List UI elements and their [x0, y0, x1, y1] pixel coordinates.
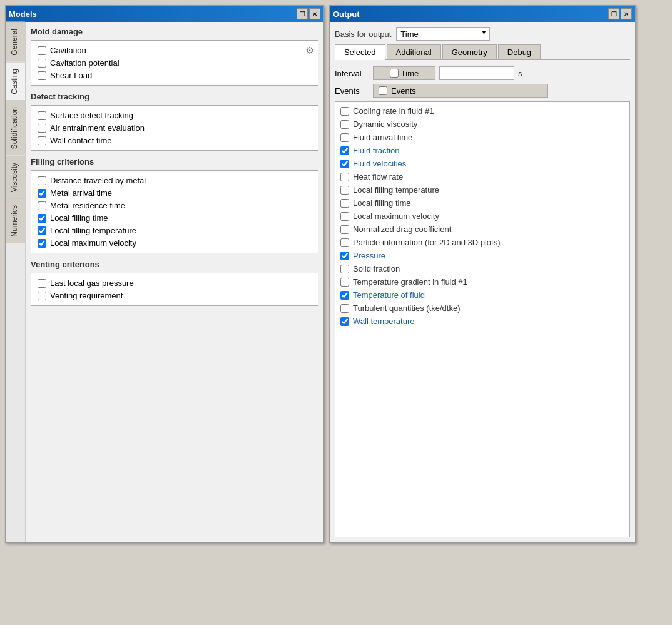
output-item-checkbox-4[interactable] — [340, 160, 349, 168]
wall-contact-time-checkbox[interactable] — [38, 136, 46, 145]
output-item-label-15: Turbulent quantities (tke/dtke) — [353, 303, 461, 313]
models-close-button[interactable]: ✕ — [309, 8, 320, 19]
output-item-6[interactable]: Local filling temperature — [335, 183, 629, 196]
output-item-checkbox-11[interactable] — [340, 252, 349, 260]
events-checkbox[interactable] — [379, 86, 387, 95]
output-item-checkbox-6[interactable] — [340, 186, 349, 195]
output-item-checkbox-1[interactable] — [340, 120, 349, 129]
tab-geometry[interactable]: Geometry — [442, 44, 497, 59]
tab-debug[interactable]: Debug — [498, 44, 541, 59]
models-title-bar: Models ❐ ✕ — [6, 6, 323, 22]
output-item-0[interactable]: Cooling rate in fluid #1 — [335, 104, 629, 118]
shear-load-checkbox[interactable] — [38, 71, 46, 80]
output-item-8[interactable]: Local maximum velocity — [335, 210, 629, 223]
output-item-checkbox-10[interactable] — [340, 238, 349, 247]
models-restore-button[interactable]: ❐ — [297, 8, 308, 19]
output-item-7[interactable]: Local filling time — [335, 196, 629, 210]
metal-residence-time-checkbox[interactable] — [38, 201, 46, 210]
tab-selected[interactable]: Selected — [335, 44, 385, 60]
metal-arrival-time-row: Metal arrival time — [38, 188, 312, 198]
output-title: Output — [333, 9, 360, 19]
output-item-checkbox-14[interactable] — [340, 291, 349, 300]
cavitation-checkbox[interactable] — [38, 46, 46, 55]
output-item-label-0: Cooling rate in fluid #1 — [353, 106, 434, 116]
models-window: Models ❐ ✕ General Casting Solidificatio… — [5, 5, 324, 543]
air-entrainment-checkbox[interactable] — [38, 124, 46, 133]
sidebar-tab-general[interactable]: General — [6, 22, 25, 62]
output-item-13[interactable]: Temperature gradient in fluid #1 — [335, 275, 629, 288]
local-max-velocity-row: Local maximum velocity — [38, 238, 312, 248]
events-button[interactable]: Events — [373, 84, 548, 98]
distance-traveled-label: Distance traveled by metal — [50, 176, 146, 185]
output-item-checkbox-12[interactable] — [340, 265, 349, 273]
interval-time-checkbox-label[interactable]: Time — [373, 66, 435, 80]
output-item-checkbox-16[interactable] — [340, 317, 349, 326]
output-item-12[interactable]: Solid fraction — [335, 262, 629, 275]
events-label: Events — [335, 86, 369, 96]
output-close-button[interactable]: ✕ — [621, 8, 632, 19]
output-tabs-bar: Selected Additional Geometry Debug — [335, 44, 630, 60]
output-item-14[interactable]: Temperature of fluid — [335, 288, 629, 302]
venting-requirement-checkbox[interactable] — [38, 292, 46, 300]
output-item-checkbox-8[interactable] — [340, 212, 349, 221]
models-content: General Casting Solidification Viscosity… — [6, 22, 323, 542]
venting-requirement-row: Venting requirement — [38, 291, 312, 300]
output-item-checkbox-15[interactable] — [340, 304, 349, 313]
output-item-2[interactable]: Fluid arrival time — [335, 131, 629, 144]
metal-arrival-time-checkbox[interactable] — [38, 189, 46, 198]
output-item-checkbox-9[interactable] — [340, 225, 349, 234]
sidebar-tab-solidification[interactable]: Solidification — [6, 100, 25, 155]
last-local-gas-pressure-label: Last local gas pressure — [50, 278, 134, 288]
events-row: Events Events — [335, 84, 630, 98]
sidebar-tab-casting[interactable]: Casting — [6, 62, 25, 101]
cavitation-potential-label: Cavitation potential — [50, 58, 120, 68]
local-filling-temperature-checkbox[interactable] — [38, 226, 46, 235]
cavitation-potential-checkbox[interactable] — [38, 59, 46, 68]
output-item-label-13: Temperature gradient in fluid #1 — [353, 277, 467, 287]
local-filling-time-label: Local filling time — [50, 213, 108, 223]
local-filling-time-checkbox[interactable] — [38, 214, 46, 223]
local-filling-temperature-label: Local filling temperature — [50, 226, 136, 235]
output-item-15[interactable]: Turbulent quantities (tke/dtke) — [335, 302, 629, 315]
output-item-9[interactable]: Normalized drag coefficient — [335, 223, 629, 236]
wall-contact-time-row: Wall contact time — [38, 136, 312, 145]
output-item-4[interactable]: Fluid velocities — [335, 157, 629, 170]
last-local-gas-pressure-checkbox[interactable] — [38, 279, 46, 288]
interval-time-label: Time — [401, 69, 419, 78]
sidebar-tab-numerics[interactable]: Numerics — [6, 198, 25, 243]
defect-tracking-section: Surface defect tracking Air entrainment … — [31, 105, 318, 151]
output-item-5[interactable]: Heat flow rate — [335, 170, 629, 183]
last-local-gas-pressure-row: Last local gas pressure — [38, 278, 312, 288]
local-max-velocity-checkbox[interactable] — [38, 239, 46, 248]
output-restore-button[interactable]: ❐ — [608, 8, 619, 19]
output-item-10[interactable]: Particle information (for 2D and 3D plot… — [335, 236, 629, 249]
basis-select[interactable]: Time Step Distance — [396, 27, 490, 41]
surface-defect-checkbox[interactable] — [38, 111, 46, 120]
output-item-3[interactable]: Fluid fraction — [335, 144, 629, 157]
shear-load-label: Shear Load — [50, 71, 92, 80]
interval-row: Interval Time s — [335, 66, 630, 80]
output-item-11[interactable]: Pressure — [335, 249, 629, 262]
surface-defect-row: Surface defect tracking — [38, 111, 312, 120]
output-item-checkbox-7[interactable] — [340, 199, 349, 208]
output-item-label-12: Solid fraction — [353, 264, 400, 273]
interval-checkbox[interactable] — [390, 69, 399, 78]
distance-traveled-checkbox[interactable] — [38, 176, 46, 185]
output-item-1[interactable]: Dynamic viscosity — [335, 118, 629, 131]
interval-value-input[interactable] — [439, 66, 514, 80]
output-item-16[interactable]: Wall temperature — [335, 315, 629, 328]
output-item-checkbox-0[interactable] — [340, 107, 349, 116]
output-item-label-2: Fluid arrival time — [353, 133, 412, 142]
sidebar-tab-viscosity[interactable]: Viscosity — [6, 156, 25, 198]
events-btn-label: Events — [391, 86, 416, 96]
output-item-label-9: Normalized drag coefficient — [353, 225, 451, 234]
output-item-checkbox-5[interactable] — [340, 173, 349, 181]
output-item-label-7: Local filling time — [353, 198, 411, 208]
tab-additional[interactable]: Additional — [387, 44, 441, 59]
output-item-checkbox-13[interactable] — [340, 278, 349, 287]
output-item-checkbox-2[interactable] — [340, 133, 349, 142]
output-item-label-11: Pressure — [353, 251, 385, 260]
models-window-buttons: ❐ ✕ — [297, 8, 320, 19]
gear-icon[interactable]: ⚙ — [305, 44, 314, 56]
output-item-checkbox-3[interactable] — [340, 146, 349, 155]
